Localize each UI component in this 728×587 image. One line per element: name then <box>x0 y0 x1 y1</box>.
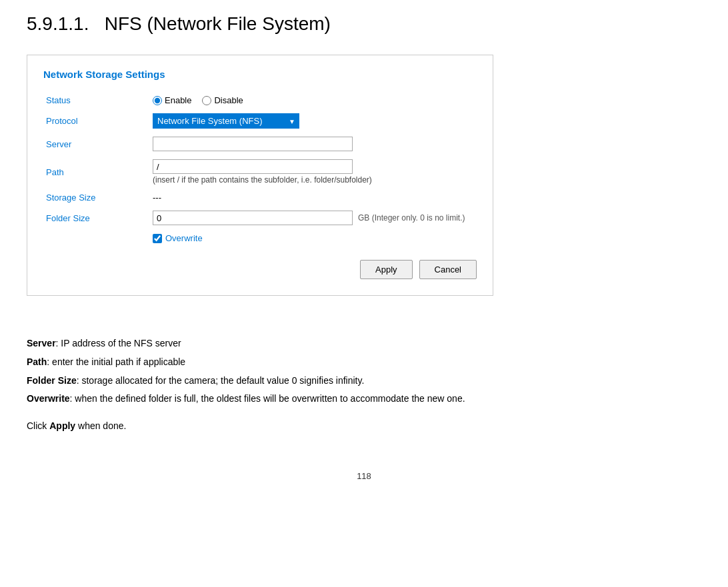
apply-button[interactable]: Apply <box>360 260 413 279</box>
storage-size-text: --- <box>153 193 161 203</box>
server-desc-label: Server <box>27 338 56 348</box>
overwrite-checkbox[interactable] <box>153 234 162 243</box>
storage-size-row: Storage Size --- <box>43 191 477 205</box>
storage-size-label: Storage Size <box>43 191 150 205</box>
folder-size-desc: Folder Size: storage allocated for the c… <box>27 373 701 389</box>
cancel-button[interactable]: Cancel <box>419 260 477 279</box>
path-label: Path <box>43 157 150 187</box>
overwrite-label: Overwrite <box>165 233 203 243</box>
enable-label: Enable <box>165 95 191 105</box>
disable-label: Disable <box>214 95 243 105</box>
folder-size-desc-label: Folder Size <box>27 375 77 386</box>
status-label: Status <box>43 93 150 107</box>
disable-radio-label[interactable]: Disable <box>202 95 243 105</box>
folder-size-hint: GB (Integer only. 0 is no limit.) <box>358 213 465 223</box>
click-apply-prefix: Click <box>27 420 49 431</box>
server-input[interactable] <box>153 137 353 151</box>
status-value: Enable Disable <box>150 93 477 107</box>
server-desc: Server: IP address of the NFS server <box>27 336 701 352</box>
description-section: Server: IP address of the NFS server Pat… <box>27 336 701 407</box>
disable-radio[interactable] <box>202 96 211 105</box>
folder-size-row: Folder Size GB (Integer only. 0 is no li… <box>43 209 477 227</box>
click-apply-section: Click Apply when done. <box>27 420 701 431</box>
path-desc-label: Path <box>27 356 47 367</box>
protocol-select-wrapper: Network File System (NFS) <box>153 113 299 129</box>
path-input[interactable] <box>153 159 353 174</box>
folder-size-value: GB (Integer only. 0 is no limit.) <box>150 209 477 227</box>
click-apply-bold: Apply <box>49 420 75 431</box>
enable-radio[interactable] <box>153 96 162 105</box>
protocol-value: Network File System (NFS) <box>150 111 477 131</box>
server-row: Server <box>43 135 477 153</box>
enable-radio-label[interactable]: Enable <box>153 95 191 105</box>
folder-size-desc-text: : storage allocated for the camera; the … <box>77 375 365 386</box>
overwrite-desc-label: Overwrite <box>27 393 70 404</box>
server-value <box>150 135 477 153</box>
protocol-label: Protocol <box>43 111 150 131</box>
folder-size-label: Folder Size <box>43 209 150 227</box>
server-label: Server <box>43 135 150 153</box>
overwrite-desc: Overwrite: when the defined folder is fu… <box>27 391 701 407</box>
path-value: (insert / if the path contains the subfo… <box>150 157 477 187</box>
path-desc: Path: enter the initial path if applicab… <box>27 354 701 370</box>
path-row: Path (insert / if the path contains the … <box>43 157 477 187</box>
path-desc-text: : enter the initial path if applicable <box>47 356 185 367</box>
page-title: 5.9.1.1. NFS (Network File System) <box>27 13 701 35</box>
protocol-row: Protocol Network File System (NFS) <box>43 111 477 131</box>
overwrite-row: Overwrite <box>43 231 477 245</box>
overwrite-label-cell <box>43 231 150 245</box>
folder-size-input[interactable] <box>153 211 353 225</box>
status-row: Status Enable Disable <box>43 93 477 107</box>
overwrite-desc-text: : when the defined folder is full, the o… <box>70 393 465 404</box>
server-desc-text: : IP address of the NFS server <box>56 338 181 348</box>
protocol-select[interactable]: Network File System (NFS) <box>153 113 299 129</box>
path-hint: (insert / if the path contains the subfo… <box>153 175 474 185</box>
click-apply-suffix: when done. <box>75 420 126 431</box>
overwrite-checkbox-label[interactable]: Overwrite <box>153 233 474 243</box>
overwrite-value: Overwrite <box>150 231 477 245</box>
page-number: 118 <box>27 471 701 481</box>
button-row: Apply Cancel <box>43 260 477 279</box>
settings-box-title: Network Storage Settings <box>43 69 477 80</box>
storage-size-value: --- <box>150 191 477 205</box>
settings-box: Network Storage Settings Status Enable D… <box>27 55 493 296</box>
settings-form: Status Enable Disable Protocol <box>43 89 477 249</box>
